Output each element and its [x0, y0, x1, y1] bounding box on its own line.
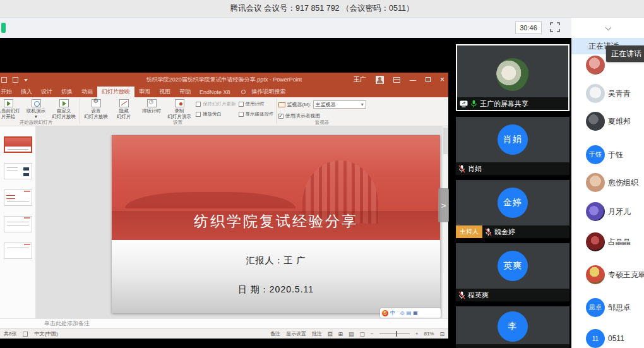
network-signal-icon: [1, 23, 6, 33]
zoom-level[interactable]: 81%: [424, 331, 434, 337]
member-row[interactable]: 月牙儿: [571, 202, 644, 221]
display-settings-button[interactable]: 显示设置: [286, 330, 306, 337]
scrollbar-thumb[interactable]: [443, 128, 448, 154]
member-row[interactable]: 于钰 于钰: [571, 145, 644, 164]
tab-endnote[interactable]: EndNote X8: [195, 87, 235, 97]
thumb-line: [8, 149, 28, 150]
record-icon: [175, 99, 184, 107]
video-tile-screenshare[interactable]: 王广的屏幕共享: [456, 44, 569, 111]
monitor-value: 主监视器: [316, 101, 336, 108]
tab-home[interactable]: 开始: [0, 87, 16, 97]
sogou-input-bar[interactable]: S 中 ʼ ◎ ▤ ▦: [380, 308, 441, 318]
member-row[interactable]: 思卓 邹思卓: [571, 298, 644, 317]
tab-review[interactable]: 审阅: [134, 87, 155, 97]
avatar: [586, 232, 605, 251]
chevron-down-icon[interactable]: [605, 25, 612, 31]
tab-view[interactable]: 视图: [155, 87, 175, 97]
slide-thumbnail-3[interactable]: [4, 189, 32, 206]
host-badge: 主持人: [456, 225, 482, 238]
vertical-scrollbar[interactable]: [442, 126, 448, 318]
setup-slideshow-button[interactable]: 设置 幻灯片放映: [82, 98, 110, 119]
tab-help[interactable]: 帮助: [175, 87, 195, 97]
keep-slides-updated-checkbox[interactable]: 保持幻灯片更新: [196, 101, 236, 107]
ppt-statusbar: 共8张 中文(中国) 备注 显示设置 批注 ⊡ ⊞ ▤ ▢ − + 81% ⊡: [0, 328, 448, 339]
show-media-controls-checkbox[interactable]: 显示媒体控件: [239, 111, 274, 117]
custom-slideshow-button[interactable]: 自定义 幻灯片放映: [50, 98, 78, 119]
member-row[interactable]: 11 0511: [571, 329, 644, 348]
slide-thumbnail-2[interactable]: [4, 163, 32, 179]
member-name: 吴青青: [608, 84, 631, 103]
avatar: [496, 58, 529, 91]
member-row[interactable]: 专硕王克翠: [571, 265, 644, 284]
hide-slide-button[interactable]: 隐藏 幻灯片: [110, 98, 138, 119]
sogou-logo-icon[interactable]: S: [382, 310, 388, 316]
ribbon-options-icon[interactable]: [393, 77, 400, 83]
input-emoji-icon[interactable]: ◎: [400, 310, 405, 316]
tab-transitions[interactable]: 切换: [57, 87, 77, 97]
group-label: 开始放映幻灯片: [0, 119, 78, 126]
comments-toggle[interactable]: 批注: [312, 330, 322, 337]
slide-thumbnail-panel: [0, 126, 36, 318]
mic-off-icon: [458, 165, 465, 173]
input-chinese-mode-icon[interactable]: 中: [390, 310, 395, 316]
tab-design[interactable]: 设计: [37, 87, 57, 97]
notes-pane[interactable]: 单击此处添加备注: [0, 318, 448, 328]
slide-canvas[interactable]: 纺织学院复试经验分享 汇报人：王 广 日 期：2020.5.11: [36, 126, 442, 318]
zoom-slider-thumb[interactable]: [396, 331, 397, 337]
video-tile-chengyingshuang[interactable]: 英爽 程英爽: [456, 243, 569, 301]
video-tile-weijinting[interactable]: 金婷 主持人 魏金婷: [456, 180, 569, 238]
view-slideshow-icon[interactable]: ▢: [360, 331, 366, 337]
current-slide[interactable]: 纺织学院复试经验分享 汇报人：王 广 日 期：2020.5.11: [112, 135, 440, 313]
video-tile-xiaojuan[interactable]: 肖娟 肖娟: [456, 117, 569, 175]
thumb-mark: [24, 191, 30, 192]
member-row[interactable]: 吴青青: [571, 84, 644, 103]
thumb-graphic: [5, 138, 31, 147]
record-slideshow-button[interactable]: 录制 幻灯片演示: [165, 98, 193, 119]
account-avatar[interactable]: [376, 76, 384, 84]
accessibility-icon[interactable]: [23, 332, 28, 337]
input-keyboard-icon[interactable]: ▤: [407, 310, 412, 316]
tellme-search[interactable]: 操作说明搜索: [247, 87, 290, 97]
tab-slideshow[interactable]: 幻灯片放映: [97, 87, 134, 97]
play-narrations-checkbox[interactable]: 播放旁白: [196, 111, 236, 117]
tab-animations[interactable]: 动画: [77, 87, 97, 97]
notes-toggle[interactable]: 备注: [270, 330, 280, 337]
collapse-panel-button[interactable]: >: [438, 188, 449, 222]
meeting-timer[interactable]: 30:46: [515, 21, 542, 34]
rehearse-timings-button[interactable]: 排练计时: [138, 98, 165, 114]
zoom-slider[interactable]: [379, 333, 410, 334]
online-present-icon: [32, 99, 41, 107]
member-row[interactable]: 愈伤组织: [571, 173, 644, 192]
from-current-slide-button[interactable]: 从当前幻灯 片开始: [0, 98, 22, 119]
slide-thumbnail-1[interactable]: [4, 136, 32, 153]
tab-insert[interactable]: 插入: [16, 87, 37, 97]
member-row[interactable]: 占晶晶: [571, 232, 644, 251]
member-row[interactable]: 夏维邦: [571, 112, 644, 131]
member-name: 0511: [608, 329, 624, 348]
ribbon: 从当前幻灯 片开始 联机演示 ▾ 自定义 幻灯片放映 开始放映幻灯片: [0, 97, 448, 126]
present-online-button[interactable]: 联机演示 ▾: [22, 98, 50, 119]
view-normal-icon[interactable]: ⊡: [328, 331, 333, 337]
fit-to-window-icon[interactable]: ⊡: [439, 331, 444, 337]
avatar: 金婷: [498, 188, 528, 218]
avatar: 11: [586, 329, 605, 348]
presenter-view-checkbox[interactable]: 使用演示者视图: [278, 112, 321, 119]
language-indicator[interactable]: 中文(中国): [34, 330, 57, 337]
monitor-select[interactable]: 主监视器 ▾: [313, 100, 366, 109]
zoom-out-button[interactable]: −: [371, 331, 374, 337]
fullscreen-icon[interactable]: [550, 22, 560, 32]
slide-thumbnail-5[interactable]: [4, 243, 32, 259]
use-timings-checkbox[interactable]: 使用计时: [239, 101, 274, 107]
account-name[interactable]: 王广: [354, 75, 366, 84]
avatar: 思卓: [586, 298, 605, 317]
view-sorter-icon[interactable]: ⊞: [338, 331, 343, 337]
view-reading-icon[interactable]: ▤: [349, 331, 354, 337]
input-punct-icon[interactable]: ʼ: [397, 310, 398, 316]
zoom-in-button[interactable]: +: [415, 331, 419, 337]
minimize-button[interactable]: —: [410, 76, 416, 83]
video-tile-li[interactable]: 李: [456, 306, 569, 348]
maximize-button[interactable]: [426, 77, 431, 82]
slide-thumbnail-4[interactable]: [4, 216, 32, 232]
close-button[interactable]: ×: [440, 75, 444, 84]
input-toolbox-icon[interactable]: ▦: [413, 310, 418, 316]
